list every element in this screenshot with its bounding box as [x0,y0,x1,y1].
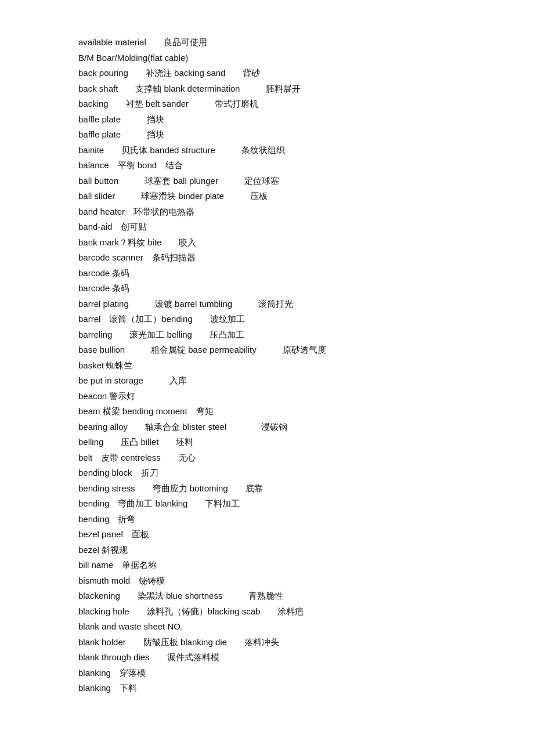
list-item: baffle plate 挡块 [78,127,456,142]
list-item: barrel 滚筒（加工）bending 波纹加工 [78,312,456,327]
list-item: bismuth mold 铋铸模 [78,573,456,588]
list-item: basket 蜘蛛竺 [78,358,456,373]
list-item: belling 压凸 billet 坯料 [78,435,456,450]
content-area: available material 良品可使用B/M Boar/Molding… [78,35,456,696]
list-item: B/M Boar/Molding(flat cable) [78,50,456,66]
list-item: bill name 单据名称 [78,558,456,573]
list-item: bending 弯曲加工 blanking 下料加工 [78,496,456,511]
list-item: bainite 贝氏体 banded structure 条纹状组织 [78,143,456,158]
list-item: blanking 穿落模 [78,665,456,681]
list-item: blank holder 防皱压板 blanking die 落料冲头 [78,635,456,650]
list-item: bezel 斜视规 [78,542,456,558]
list-item: barcode 条码 [78,266,456,281]
list-item: belt 皮带 centreless 无心 [78,450,456,465]
list-item: blank and waste sheet NO. [78,619,456,634]
list-item: beam 横梁 bending moment 弯矩 [78,404,456,419]
list-item: blackening 染黑法 blue shortness 青熟脆性 [78,588,456,603]
list-item: ball slider 球塞滑块 binder plate 压板 [78,189,456,204]
list-item: barrel plating 滚镀 barrel tumbling 滚筒打光 [78,296,456,312]
list-item: backing 衬垫 belt sander 带式打磨机 [78,96,456,111]
list-item: barcode 条码 [78,281,456,296]
list-item: blanking 下料 [78,681,456,696]
list-item: ball button 球塞套 ball plunger 定位球塞 [78,173,456,189]
list-item: be put in storage 入库 [78,373,456,388]
list-item: base bullion 粗金属锭 base permeability 原砂透气… [78,342,456,357]
list-item: bearing alloy 轴承合金 blister steel 浸碳钢 [78,419,456,435]
list-item: barcode scanner 条码扫描器 [78,250,456,265]
list-item: bezel panel 面板 [78,527,456,542]
list-item: back shaft 支撑轴 blank determination 胚料展开 [78,81,456,96]
list-item: baffle plate 挡块 [78,112,456,127]
list-item: bending 折弯 [78,512,456,527]
list-item: blacking hole 涂料孔（铸疵）blacking scab 涂料疤 [78,604,456,619]
list-item: barreling 滚光加工 belling 压凸加工 [78,327,456,342]
list-item: back pouring 补浇注 backing sand 背砂 [78,66,456,81]
list-item: balance 平衡 bond 结合 [78,158,456,173]
list-item: bending block 折刀 [78,465,456,480]
list-item: beacon 警示灯 [78,389,456,404]
list-item: band-aid 创可贴 [78,219,456,234]
list-item: blank through dies 漏件式落料模 [78,650,456,665]
list-item: bank mark？料纹 bite 咬入 [78,235,456,250]
list-item: bending stress 弯曲应力 bottoming 底靠 [78,481,456,496]
list-item: band heater 环带状的电热器 [78,204,456,219]
list-item: available material 良品可使用 [78,35,456,50]
